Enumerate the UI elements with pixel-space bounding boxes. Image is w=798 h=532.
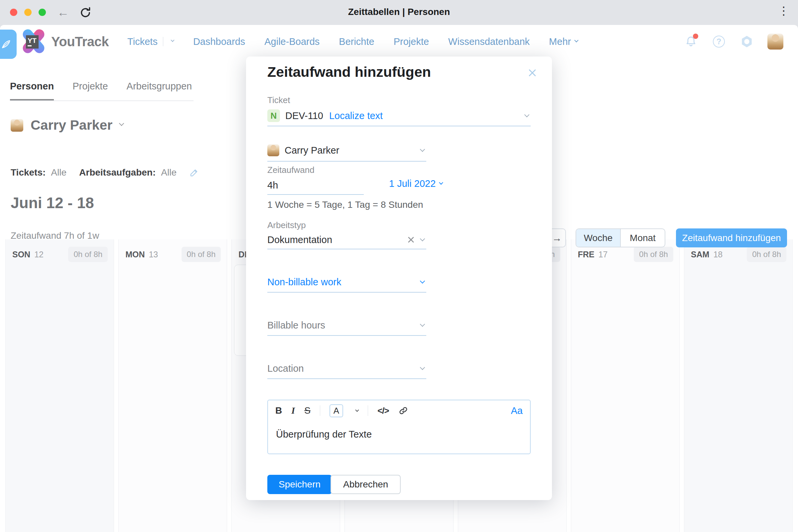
assignee-name: Carry Parker <box>285 145 339 156</box>
billing-type-value: Non-billable work <box>267 277 341 288</box>
chevron-down-icon <box>420 236 425 241</box>
day-column-sam[interactable]: SAM 18 0h of 8h <box>684 240 793 532</box>
view-toggle: Woche Monat <box>575 228 665 247</box>
tab-personen[interactable]: Personen <box>10 81 54 101</box>
nav-berichte[interactable]: Berichte <box>339 36 374 47</box>
link-icon[interactable] <box>398 406 408 416</box>
browser-tab-title: Zeittabellen | Personen <box>0 7 798 17</box>
spent-time-input[interactable]: 4h <box>267 176 364 195</box>
day-column-fre[interactable]: FRE 17 0h of 8h <box>571 240 680 532</box>
toggle-woche[interactable]: Woche <box>576 229 620 247</box>
logo-yt-text: YT <box>27 37 37 44</box>
bold-icon[interactable]: B <box>275 405 282 416</box>
toolbar-divider <box>368 405 368 416</box>
tickets-filter-label: Tickets: <box>11 167 45 178</box>
chevron-down-icon <box>119 121 125 126</box>
day-hours-badge: 0h of 8h <box>634 247 673 262</box>
edit-pencil-icon[interactable] <box>189 168 199 177</box>
header-icons: ? <box>684 34 783 50</box>
dialog-title: Zeitaufwand hinzufügen <box>267 64 431 80</box>
chevron-down-icon <box>439 180 443 185</box>
app-header: YT YouTrack Tickets Dashboards Agile-Boa… <box>0 25 798 58</box>
notifications-button[interactable] <box>684 34 698 49</box>
chevron-down-icon <box>420 147 425 152</box>
spent-time-value: 4h <box>267 180 278 191</box>
tabs-hairline <box>10 100 193 101</box>
text-color-button[interactable]: A <box>329 404 343 417</box>
save-button[interactable]: Speichern <box>267 475 332 494</box>
week-title: Juni 12 - 18 <box>11 194 94 212</box>
page-tabs: Personen Projekte Arbeitsgruppen <box>10 81 192 101</box>
day-column-son[interactable]: SON 12 0h of 8h <box>5 240 114 532</box>
date-picker[interactable]: 1 Juli 2022 <box>389 178 442 189</box>
editor-toolbar: B I S A </> Aa <box>268 400 530 421</box>
close-icon[interactable] <box>527 68 537 78</box>
chevron-down-icon <box>524 112 530 117</box>
main-nav: Tickets Dashboards Agile-Boards Berichte… <box>127 36 578 47</box>
browser-menu-icon[interactable]: ⋮ <box>778 4 790 17</box>
nav-mehr[interactable]: Mehr <box>549 36 578 47</box>
hexagon-icon <box>740 35 754 49</box>
time-conversion-hint: 1 Woche = 5 Tage, 1 Tag = 8 Stunden <box>267 200 423 210</box>
editor-text[interactable]: Überprüfung der Texte <box>268 421 530 440</box>
nav-wissensdatenbank[interactable]: Wissensdatenbank <box>448 36 530 47</box>
location-placeholder: Location <box>267 363 304 374</box>
chevron-down-icon <box>420 322 425 327</box>
chevron-down-icon <box>574 38 578 42</box>
user-avatar[interactable] <box>767 34 783 50</box>
ticket-select[interactable]: N DEV-110 Localize text <box>267 106 531 126</box>
settings-button[interactable] <box>740 34 754 49</box>
filter-row: Tickets: Alle Arbeitsaufgaben: Alle <box>11 167 199 178</box>
italic-icon[interactable]: I <box>291 405 295 416</box>
chevron-down-icon <box>420 278 425 284</box>
tab-arbeitsgruppen[interactable]: Arbeitsgruppen <box>127 81 192 101</box>
billable-hours-select[interactable]: Billable hours <box>267 315 426 336</box>
nav-divider <box>163 37 163 46</box>
nav-agile-boards[interactable]: Agile-Boards <box>264 36 320 47</box>
comment-editor[interactable]: B I S A </> Aa Überprüfung der Texte <box>267 400 531 454</box>
youtrack-logo: YT <box>21 28 46 55</box>
chevron-down-icon[interactable] <box>356 408 359 412</box>
browser-titlebar: ← Zeittabellen | Personen ⋮ <box>0 0 798 25</box>
nav-tickets[interactable]: Tickets <box>127 36 174 47</box>
toolbar-divider <box>320 405 320 416</box>
day-hours-badge: 0h of 8h <box>747 247 786 262</box>
person-name: Carry Parker <box>31 117 112 133</box>
billing-type-select[interactable]: Non-billable work <box>267 272 426 292</box>
strikethrough-icon[interactable]: S <box>304 405 310 416</box>
add-spent-time-dialog: Zeitaufwand hinzufügen Ticket N DEV-110 … <box>246 57 552 500</box>
person-avatar <box>11 119 23 132</box>
assignee-avatar <box>267 144 279 156</box>
help-button[interactable]: ? <box>711 34 726 49</box>
text-color-icon: A <box>334 406 339 416</box>
billable-hours-placeholder: Billable hours <box>267 320 325 331</box>
ticket-summary-link[interactable]: Localize text <box>329 110 383 121</box>
add-spent-time-button[interactable]: Zeitaufwand hinzufügen <box>676 228 787 247</box>
worktype-select[interactable]: Dokumentation <box>267 231 426 249</box>
tasks-filter-value: Alle <box>161 167 176 178</box>
nav-dashboards[interactable]: Dashboards <box>193 36 245 47</box>
tickets-filter-value: Alle <box>51 167 66 178</box>
nav-projekte[interactable]: Projekte <box>394 36 429 47</box>
brand-name: YouTrack <box>51 34 109 49</box>
worktype-label: Arbeitstyp <box>267 220 306 230</box>
assignee-select[interactable]: Carry Parker <box>267 140 426 162</box>
clear-icon[interactable] <box>407 235 415 244</box>
day-hours-badge: 0h of 8h <box>182 247 221 262</box>
toggle-monat[interactable]: Monat <box>620 229 665 247</box>
font-size-toggle[interactable]: Aa <box>511 405 523 416</box>
spent-time-label: Zeitaufwand <box>267 165 315 175</box>
cancel-button[interactable]: Abbrechen <box>330 475 401 494</box>
worktype-value: Dokumentation <box>267 234 332 245</box>
ticket-type-badge: N <box>267 109 280 122</box>
tab-projekte[interactable]: Projekte <box>73 81 108 101</box>
chevron-down-icon[interactable] <box>171 38 174 42</box>
person-selector[interactable]: Carry Parker <box>11 117 124 133</box>
notification-dot <box>693 34 698 39</box>
code-icon[interactable]: </> <box>377 406 389 416</box>
day-hours-badge: 0h of 8h <box>68 247 108 262</box>
day-column-mon[interactable]: MON 13 0h of 8h <box>118 240 227 532</box>
ticket-label: Ticket <box>267 95 290 106</box>
tasks-filter-label: Arbeitsaufgaben: <box>79 167 156 178</box>
location-select[interactable]: Location <box>267 358 426 379</box>
